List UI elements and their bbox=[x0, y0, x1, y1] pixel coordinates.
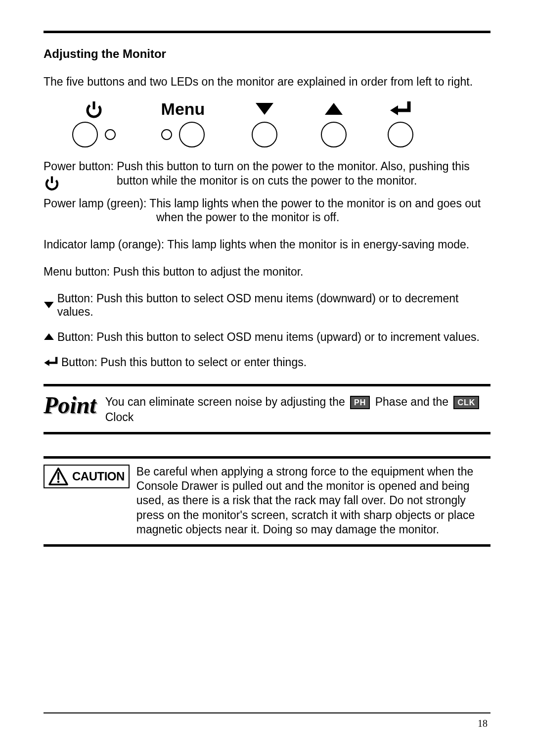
up-button-desc: Button: Push this button to select OSD m… bbox=[57, 331, 480, 344]
point-callout: Point You can eliminate screen noise by … bbox=[44, 384, 490, 434]
top-rule bbox=[44, 31, 490, 33]
point-text-mid: Phase and the bbox=[375, 395, 448, 408]
power-button-desc-line1: Power button: Push this button to turn o… bbox=[44, 159, 490, 174]
svg-marker-8 bbox=[44, 333, 54, 340]
enter-button-line: Button: Push this button to select or en… bbox=[44, 356, 490, 369]
footer-rule bbox=[44, 712, 490, 713]
caution-text: Be careful when applying a strong force … bbox=[136, 465, 490, 537]
indicator-led bbox=[161, 129, 172, 140]
svg-marker-2 bbox=[256, 103, 273, 115]
down-triangle-icon bbox=[255, 102, 274, 117]
down-button-circle bbox=[252, 122, 277, 147]
svg-marker-3 bbox=[325, 103, 343, 115]
ph-chip-icon: PH bbox=[350, 396, 370, 410]
up-button-circle bbox=[321, 122, 347, 147]
power-led bbox=[105, 129, 116, 140]
clk-chip-icon: CLK bbox=[453, 396, 479, 410]
enter-arrow-icon-inline bbox=[44, 356, 58, 368]
enter-button-desc: Button: Push this button to select or en… bbox=[61, 356, 307, 369]
menu-button-desc: Menu button: Push this button to adjust … bbox=[44, 265, 490, 279]
warning-triangle-icon bbox=[48, 468, 68, 485]
up-button-line: Button: Push this button to select OSD m… bbox=[44, 331, 490, 344]
enter-button-circle bbox=[388, 122, 413, 147]
indicator-lamp-desc: Indicator lamp (orange): This lamp light… bbox=[44, 237, 490, 252]
menu-label: Menu bbox=[161, 99, 205, 119]
power-lamp-line1: Power lamp (green): This lamp lights whe… bbox=[44, 196, 490, 211]
point-text-clock: Clock bbox=[105, 411, 134, 424]
intro-text: The five buttons and two LEDs on the mon… bbox=[44, 75, 490, 89]
caution-label: CAUTION bbox=[72, 470, 125, 483]
caution-badge: CAUTION bbox=[44, 465, 130, 488]
point-text-pre: You can eliminate screen noise by adjust… bbox=[105, 395, 345, 408]
svg-point-12 bbox=[57, 480, 60, 483]
power-icon bbox=[84, 99, 104, 119]
svg-marker-9 bbox=[44, 360, 49, 366]
svg-marker-4 bbox=[390, 105, 398, 115]
menu-button-circle bbox=[179, 122, 205, 147]
power-lamp-line2: when the power to the monitor is off. bbox=[156, 210, 490, 225]
enter-arrow-icon bbox=[389, 100, 412, 118]
power-button-circle bbox=[72, 122, 98, 147]
down-triangle-icon-inline bbox=[44, 301, 54, 310]
point-logo: Point bbox=[44, 391, 96, 417]
caution-top-rule bbox=[44, 456, 490, 459]
section-title: Adjusting the Monitor bbox=[44, 47, 490, 61]
power-button-desc-line2: button while the monitor is on cuts the … bbox=[117, 174, 417, 188]
down-button-line: Button: Push this button to select OSD m… bbox=[44, 292, 490, 319]
up-triangle-icon-inline bbox=[44, 332, 54, 341]
up-triangle-icon bbox=[324, 102, 344, 117]
down-button-desc: Button: Push this button to select OSD m… bbox=[57, 292, 490, 319]
svg-marker-7 bbox=[44, 301, 53, 308]
monitor-buttons-diagram: Menu bbox=[54, 98, 490, 148]
power-icon-inline bbox=[44, 175, 60, 191]
caution-callout: CAUTION Be careful when applying a stron… bbox=[44, 465, 490, 547]
page-number: 18 bbox=[478, 718, 488, 729]
